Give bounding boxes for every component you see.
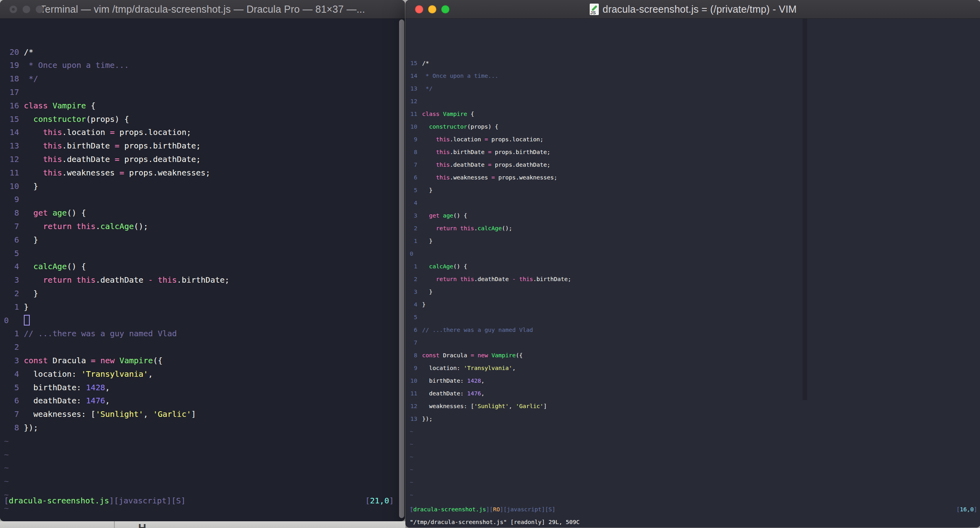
code-line: 7 return this.calcAge(); bbox=[4, 220, 405, 233]
code-line: 1 } bbox=[410, 235, 980, 247]
close-button-icon[interactable] bbox=[9, 5, 17, 13]
line-number: 14 bbox=[4, 126, 19, 139]
code-line: 8}); bbox=[4, 421, 405, 435]
code-token: 'Garlic' bbox=[153, 409, 191, 419]
code-text: * Once upon a time... bbox=[422, 69, 980, 82]
code-token: .location bbox=[450, 136, 484, 143]
macvim-titlebar[interactable]: JS dracula-screenshot.js = (/private/tmp… bbox=[406, 0, 980, 19]
code-token bbox=[422, 225, 436, 231]
code-token: , bbox=[148, 369, 153, 379]
right-status-file-info: [dracula-screenshot.js][RO][javascript][… bbox=[410, 503, 556, 516]
code-token: /* bbox=[422, 60, 429, 66]
line-number: 5 bbox=[410, 184, 417, 197]
code-token: return bbox=[436, 225, 457, 231]
terminal-window[interactable]: Terminal — vim /tmp/dracula-screenshot.j… bbox=[0, 0, 405, 521]
code-line: 10 birthDate: 1428, bbox=[410, 374, 980, 387]
line-number: 6 bbox=[410, 324, 417, 336]
code-token: this bbox=[436, 136, 450, 143]
code-text: } bbox=[24, 301, 405, 314]
code-token bbox=[71, 275, 76, 285]
code-token: { bbox=[467, 111, 474, 117]
code-text: birthDate: 1428, bbox=[24, 381, 405, 395]
code-token: = bbox=[488, 149, 492, 155]
code-token bbox=[48, 101, 52, 110]
line-number: 12 bbox=[410, 95, 417, 108]
line-number: 8 bbox=[410, 349, 417, 362]
code-token bbox=[474, 352, 478, 358]
code-token: */ bbox=[24, 74, 38, 83]
code-token: }); bbox=[422, 416, 432, 422]
line-number: 11 bbox=[4, 166, 19, 180]
line-number: 2 bbox=[410, 222, 417, 235]
code-text: weaknesses: ['Sunlight', 'Garlic'] bbox=[422, 400, 980, 412]
code-text: return this.deathDate - this.birthDate; bbox=[24, 274, 405, 287]
code-token: , bbox=[105, 383, 110, 392]
code-token: Vampire bbox=[492, 352, 516, 358]
code-text: calcAge() { bbox=[24, 260, 405, 274]
code-token: 21,0 bbox=[370, 496, 389, 505]
code-token: 1428 bbox=[86, 383, 105, 392]
code-token: , bbox=[105, 396, 110, 405]
code-line: 9 this.location = props.location; bbox=[410, 133, 980, 146]
code-text: } bbox=[422, 184, 980, 197]
code-token: [ bbox=[4, 496, 9, 505]
terminal-vim-buffer[interactable]: 20/*19 * Once upon a time...18 */1716cla… bbox=[0, 19, 405, 521]
line-number: 3 bbox=[410, 285, 417, 298]
code-token bbox=[488, 352, 492, 358]
close-button-icon[interactable] bbox=[415, 5, 423, 13]
code-line: 15 constructor(props) { bbox=[4, 113, 405, 126]
code-token: get bbox=[33, 208, 48, 218]
code-token: deathDate: bbox=[422, 390, 467, 397]
code-token: Vampire bbox=[443, 111, 467, 117]
code-token bbox=[153, 275, 158, 285]
empty-buffer-tilde: ~ bbox=[4, 475, 405, 488]
left-code-area: 20/*19 * Once upon a time...18 */1716cla… bbox=[4, 46, 405, 515]
code-token: { bbox=[86, 101, 96, 110]
code-line: 12 this.deathDate = props.deathDate; bbox=[4, 153, 405, 166]
macvim-window[interactable]: JS dracula-screenshot.js = (/private/tmp… bbox=[405, 0, 980, 528]
code-line: 11 this.weaknesses = props.weaknesses; bbox=[4, 166, 405, 180]
line-number: 10 bbox=[410, 374, 417, 387]
code-token: } bbox=[422, 238, 432, 244]
terminal-titlebar[interactable]: Terminal — vim /tmp/dracula-screenshot.j… bbox=[0, 0, 405, 19]
terminal-scrollbar[interactable] bbox=[398, 19, 405, 521]
code-token: ] bbox=[552, 506, 556, 513]
line-number: 7 bbox=[4, 408, 19, 421]
code-token: = bbox=[484, 136, 488, 143]
code-text bbox=[24, 314, 405, 328]
code-token: (props) { bbox=[467, 123, 499, 130]
code-token: ({ bbox=[153, 356, 162, 365]
code-token: . bbox=[96, 222, 100, 231]
code-line: 4 calcAge() { bbox=[4, 260, 405, 274]
code-token: this bbox=[158, 275, 177, 285]
code-text: return this.calcAge(); bbox=[422, 222, 980, 235]
line-number: 1 bbox=[4, 327, 19, 341]
code-token: 16,0 bbox=[960, 506, 974, 513]
line-number: 6 bbox=[410, 171, 417, 184]
macvim-buffer[interactable]: 15/*14 * Once upon a time...13 */1211cla… bbox=[406, 19, 980, 528]
code-token bbox=[24, 114, 33, 124]
minimize-button-icon[interactable] bbox=[22, 5, 31, 13]
code-line: 0 bbox=[4, 314, 405, 328]
code-text bbox=[422, 197, 980, 209]
right-vim-statusline: [dracula-screenshot.js][RO][javascript][… bbox=[410, 503, 977, 516]
js-document-icon-label: JS bbox=[590, 10, 596, 15]
code-token: props.birthDate; bbox=[492, 149, 550, 155]
terminal-scrollbar-thumb[interactable] bbox=[399, 19, 404, 518]
code-line: 8 get age() { bbox=[4, 206, 405, 220]
code-line: 5 birthDate: 1428, bbox=[4, 381, 405, 395]
code-token bbox=[24, 168, 43, 177]
code-text: this.deathDate = props.deathDate; bbox=[422, 158, 980, 171]
code-line: 12 weaknesses: ['Sunlight', 'Garlic'] bbox=[410, 400, 980, 412]
zoom-button-icon[interactable] bbox=[35, 5, 44, 13]
code-token bbox=[96, 356, 100, 365]
zoom-button-icon[interactable] bbox=[441, 5, 449, 13]
minimize-button-icon[interactable] bbox=[428, 5, 436, 13]
code-token: javascript bbox=[507, 506, 541, 513]
code-text: const Dracula = new Vampire({ bbox=[422, 349, 980, 362]
code-text: calcAge() { bbox=[422, 260, 980, 273]
code-token: new bbox=[100, 356, 115, 365]
line-number: 5 bbox=[4, 381, 19, 395]
empty-buffer-tilde: ~ bbox=[410, 476, 980, 489]
code-text: /* bbox=[422, 57, 980, 69]
